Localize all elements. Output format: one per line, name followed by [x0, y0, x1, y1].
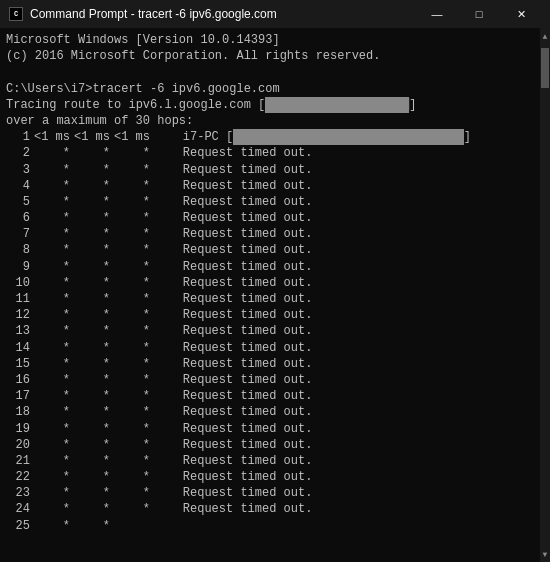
hop-star2: * — [74, 469, 110, 485]
hop-row-22: 22 * * * Request timed out. — [6, 469, 544, 485]
hop-number: 1 — [6, 129, 30, 145]
hop-timeout: Request timed out. — [154, 469, 312, 485]
hop-timeout: Request timed out. — [154, 485, 312, 501]
hop-row-11: 11 * * * Request timed out. — [6, 291, 544, 307]
hop-timeout: Request timed out. — [154, 340, 312, 356]
hop-timeout: Request timed out. — [154, 388, 312, 404]
hop-row-23: 23 * * * Request timed out. — [6, 485, 544, 501]
hop-star3: * — [114, 194, 150, 210]
hop-star3: * — [114, 485, 150, 501]
hop-timeout: Request timed out. — [154, 291, 312, 307]
console-output: Microsoft Windows [Version 10.0.14393] (… — [0, 28, 550, 562]
hop-row-19: 19 * * * Request timed out. — [6, 421, 544, 437]
hop-star1: * — [34, 501, 70, 517]
hop-star1: * — [34, 437, 70, 453]
hop-timeout: Request timed out. — [154, 404, 312, 420]
hop-star2: * — [74, 307, 110, 323]
hop-star2: * — [74, 194, 110, 210]
hop-number: 13 — [6, 323, 30, 339]
hop-star2: * — [74, 242, 110, 258]
hop-star2: * — [74, 485, 110, 501]
close-button[interactable]: ✕ — [500, 0, 542, 28]
hop-star1: * — [34, 518, 70, 534]
hop-number: 15 — [6, 356, 30, 372]
hop-row-15: 15 * * * Request timed out. — [6, 356, 544, 372]
hop-number: 12 — [6, 307, 30, 323]
hop-timeout: Request timed out. — [154, 194, 312, 210]
hop-star1: * — [34, 485, 70, 501]
hop-star2: * — [74, 162, 110, 178]
minimize-button[interactable]: — — [416, 0, 458, 28]
hop-star1: * — [34, 242, 70, 258]
hop-star3: * — [114, 323, 150, 339]
hop-number: 6 — [6, 210, 30, 226]
hop-star1: * — [34, 275, 70, 291]
hop-timeout: Request timed out. — [154, 242, 312, 258]
max-hops-line: over a maximum of 30 hops: — [6, 113, 544, 129]
hop-star1: * — [34, 145, 70, 161]
hop-star1: * — [34, 194, 70, 210]
titlebar: C Command Prompt - tracert -6 ipv6.googl… — [0, 0, 550, 28]
hop-timeout: Request timed out. — [154, 307, 312, 323]
hop-timeout: Request timed out. — [154, 162, 312, 178]
maximize-button[interactable]: □ — [458, 0, 500, 28]
hop-timeout: Request timed out. — [154, 501, 312, 517]
hop-host: i7-PC [████████████████████████████████] — [154, 129, 471, 145]
hop-star2: * — [74, 259, 110, 275]
hop-ms1: <1 ms — [34, 129, 70, 145]
hop-star3: * — [114, 145, 150, 161]
hop-row-16: 16 * * * Request timed out. — [6, 372, 544, 388]
cmd-icon-graphic: C — [9, 7, 23, 21]
hop-star3: * — [114, 226, 150, 242]
scrollbar[interactable]: ▲ ▼ — [540, 28, 550, 562]
hop-star2: * — [74, 518, 110, 534]
hop-star3: * — [114, 275, 150, 291]
hop-timeout: Request timed out. — [154, 421, 312, 437]
hop-star2: * — [74, 388, 110, 404]
hop-row-13: 13 * * * Request timed out. — [6, 323, 544, 339]
hop-star1: * — [34, 388, 70, 404]
hop-timeout: Request timed out. — [154, 275, 312, 291]
hop-star1: * — [34, 210, 70, 226]
hop-timeout: Request timed out. — [154, 178, 312, 194]
hop-timeout: Request timed out. — [154, 453, 312, 469]
hop-star3: * — [114, 210, 150, 226]
hop-number: 7 — [6, 226, 30, 242]
hop-number: 24 — [6, 501, 30, 517]
hop-row-21: 21 * * * Request timed out. — [6, 453, 544, 469]
hop-number: 14 — [6, 340, 30, 356]
hop-row-10: 10 * * * Request timed out. — [6, 275, 544, 291]
hop-number: 17 — [6, 388, 30, 404]
hop-star2: * — [74, 291, 110, 307]
hop-star1: * — [34, 356, 70, 372]
hop-star3: * — [114, 307, 150, 323]
hop-star2: * — [74, 226, 110, 242]
hop-row-4: 4 * * * Request timed out. — [6, 178, 544, 194]
hop-star3: * — [114, 372, 150, 388]
hop-star1: * — [34, 372, 70, 388]
window-controls: — □ ✕ — [416, 0, 542, 28]
hop-star3: * — [114, 178, 150, 194]
hop-timeout: Request timed out. — [154, 226, 312, 242]
scroll-down-button[interactable]: ▼ — [540, 546, 550, 562]
hop-number: 25 — [6, 518, 30, 534]
hop-star1: * — [34, 323, 70, 339]
hop-star1: * — [34, 307, 70, 323]
hop-number: 19 — [6, 421, 30, 437]
redacted-ip-1: ████████████████████ — [265, 97, 409, 113]
hop-star2: * — [74, 421, 110, 437]
hop-row-6: 6 * * * Request timed out. — [6, 210, 544, 226]
hop-row-14: 14 * * * Request timed out. — [6, 340, 544, 356]
hop-timeout: Request timed out. — [154, 372, 312, 388]
hop-star1: * — [34, 340, 70, 356]
hop-star3: * — [114, 388, 150, 404]
hop-star2: * — [74, 340, 110, 356]
hop-star2: * — [74, 453, 110, 469]
hop-star2: * — [74, 323, 110, 339]
hop-star2: * — [74, 210, 110, 226]
timed-out-hops: 2 * * * Request timed out. 3 * * * Reque… — [6, 145, 544, 534]
hop-star2: * — [74, 178, 110, 194]
scroll-up-button[interactable]: ▲ — [540, 28, 550, 44]
hop-timeout: Request timed out. — [154, 210, 312, 226]
scroll-thumb[interactable] — [541, 48, 549, 88]
